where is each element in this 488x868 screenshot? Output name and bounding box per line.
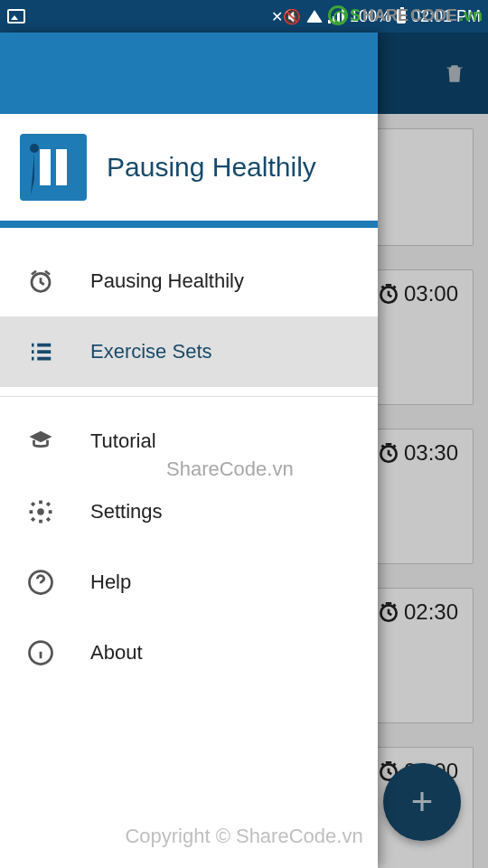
nav-label: Tutorial	[90, 429, 156, 453]
drawer-title: Pausing Healthily	[107, 152, 316, 183]
navigation-drawer: Pausing Healthily Pausing Healthily Exer…	[0, 33, 378, 868]
sharecode-logo-icon	[328, 5, 348, 25]
nav-item-help[interactable]: Help	[0, 547, 378, 618]
gear-icon	[25, 496, 56, 527]
nav-label: Pausing Healthily	[90, 269, 244, 293]
watermark-bottom: Copyright © ShareCode.vn	[0, 825, 488, 848]
alarm-icon	[25, 266, 56, 297]
nav-label: About	[90, 641, 143, 665]
menu-divider	[0, 396, 378, 397]
nav-item-pausing-healthily[interactable]: Pausing Healthily	[0, 246, 378, 316]
image-icon	[7, 9, 25, 24]
nav-label: Exercise Sets	[90, 340, 212, 363]
watermark-mid: ShareCode.vn	[166, 458, 294, 481]
nav-item-exercise-sets[interactable]: Exercise Sets	[0, 316, 378, 387]
svg-point-5	[30, 144, 39, 153]
drawer-header: Pausing Healthily	[0, 114, 378, 228]
watermark-top: SHARECODE.vn	[328, 5, 483, 25]
nav-label: Settings	[90, 500, 163, 524]
tutorial-icon	[25, 426, 56, 457]
list-icon	[25, 336, 56, 367]
info-icon	[25, 637, 56, 668]
drawer-top-bar	[0, 33, 378, 114]
mute-icon: ✕🔇	[271, 8, 301, 25]
app-icon	[20, 134, 87, 201]
nav-label: Help	[90, 571, 131, 594]
wifi-icon	[306, 10, 323, 23]
nav-item-settings[interactable]: Settings	[0, 476, 378, 547]
help-icon	[25, 567, 56, 598]
svg-point-7	[37, 508, 44, 515]
nav-item-about[interactable]: About	[0, 618, 378, 688]
